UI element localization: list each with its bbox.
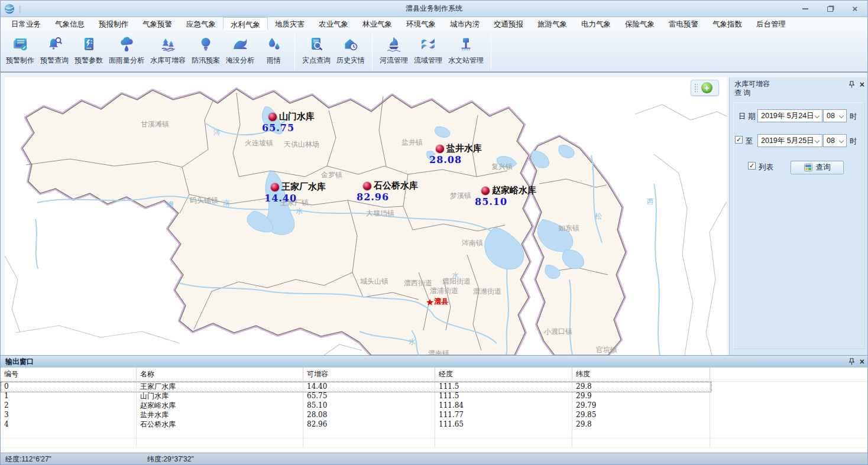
menu-item[interactable]: 雷电预警 xyxy=(662,17,705,30)
toolbar-label: 水文站管理 xyxy=(448,56,484,66)
table-row[interactable]: 2 赵家峪水库 85.10 111.84 29.79 xyxy=(1,401,868,410)
panel-close-icon[interactable]: × xyxy=(860,80,864,89)
cell-capacity: 85.10 xyxy=(303,401,435,410)
cell-capacity: 14.40 xyxy=(303,382,435,391)
to-checkbox[interactable]: ✓ xyxy=(735,136,743,144)
toolbar-disaster-search[interactable]: 灾点查询 xyxy=(299,31,333,70)
menu-item[interactable]: 气象指数 xyxy=(705,17,749,30)
toolbar-rain-info[interactable]: 雨情 xyxy=(257,31,290,70)
menu-item[interactable]: 预报制作 xyxy=(92,17,135,30)
chevron-down-icon xyxy=(815,113,820,118)
zoom-in-button[interactable]: + xyxy=(701,82,712,93)
reservoir-dot-icon xyxy=(363,182,371,190)
town-label: 金罗镇 xyxy=(321,170,342,180)
town-label: 天供山林场 xyxy=(284,139,319,149)
sailboat-icon xyxy=(385,35,403,53)
map-canvas[interactable]: 甘溪滩镇 火连坡镇 天供山林场 金罗镇 盐井镇 复兴镇 码头铺镇 王家厂镇 大堰… xyxy=(5,77,727,355)
panel-title-line1: 水库可增容 xyxy=(734,80,864,89)
hour-from-dropdown[interactable]: 08 xyxy=(823,109,847,122)
toolbar-rain-analysis[interactable]: 面雨量分析 xyxy=(106,31,147,70)
toolbar-inundation[interactable]: 淹没分析 xyxy=(223,31,257,70)
toolbar-flood-plan[interactable]: 防汛预案 xyxy=(189,31,223,70)
column-header[interactable]: 编号 xyxy=(1,368,137,381)
river-label: 松 xyxy=(595,212,602,222)
reservoir-capacity-panel: 水库可增容 查 询 × 日 期 2019年 5月24日 08 时 ✓ 至 201… xyxy=(729,77,868,355)
reservoir-name: 盐井水库 xyxy=(446,143,482,154)
reservoir-dot-icon xyxy=(268,113,277,121)
alert-search-icon xyxy=(46,35,63,53)
output-window: 输出窗口 × 编号 名称 可增容 经度 纬度 0 xyxy=(1,355,868,453)
toolbar-basin-manage[interactable]: 流域管理 xyxy=(411,31,445,70)
reservoir-capacity-value: 65.75 xyxy=(262,122,294,134)
toolbar-reservoir-capacity[interactable]: 水库可增容 xyxy=(147,31,189,70)
hour-to-dropdown[interactable]: 08 xyxy=(823,134,847,147)
menu-item[interactable]: 城市内涝 xyxy=(443,17,487,30)
menu-item[interactable]: 日常业务 xyxy=(4,17,48,30)
reservoir-name: 石公桥水库 xyxy=(374,180,418,191)
output-table: 编号 名称 可增容 经度 纬度 0 王家厂水库 14.40 111.5 29.8 xyxy=(1,368,868,453)
cell-latitude: 29.79 xyxy=(572,401,710,410)
drag-grip-icon[interactable] xyxy=(694,83,698,93)
toolbar-alert-search[interactable]: 预警查询 xyxy=(37,31,72,70)
menu-item[interactable]: 林业气象 xyxy=(355,17,399,30)
toolbar-label: 预警制作 xyxy=(6,56,34,66)
menu-item[interactable]: 交通预报 xyxy=(487,17,530,30)
menu-item[interactable]: 地质灾害 xyxy=(268,17,312,30)
cell-longitude: 111.65 xyxy=(435,420,572,429)
restore-button[interactable] xyxy=(822,3,838,15)
menu-item[interactable]: 水利气象 xyxy=(223,17,268,30)
pin-icon[interactable] xyxy=(849,358,854,365)
menu-item[interactable]: 保险气象 xyxy=(618,17,662,30)
table-row[interactable]: 4 石公桥水库 82.96 111.65 29.8 xyxy=(1,420,868,429)
menu-item[interactable]: 应急气象 xyxy=(179,17,223,30)
cell-name: 石公桥水库 xyxy=(137,420,303,429)
table-row[interactable]: 1 山门水库 65.75 111.5 29.9 xyxy=(1,391,868,401)
minimize-button[interactable] xyxy=(798,3,813,15)
toolbar-hydro-station-manage[interactable]: 水文站管理 xyxy=(445,31,487,70)
cell-id: 4 xyxy=(1,420,137,429)
column-header-empty xyxy=(710,368,868,381)
town-label: 澧澹街道 xyxy=(473,287,501,297)
column-header[interactable]: 经度 xyxy=(435,368,572,381)
menu-item[interactable]: 环境气象 xyxy=(399,17,443,30)
menu-item[interactable]: 气象信息 xyxy=(48,17,92,30)
hour-unit-label: 时 xyxy=(850,112,857,122)
column-header[interactable]: 纬度 xyxy=(572,368,710,381)
column-header[interactable]: 名称 xyxy=(137,368,303,381)
reservoir-capacity-value: 82.96 xyxy=(357,191,389,203)
list-checkbox[interactable]: ✓ xyxy=(748,162,756,170)
column-header[interactable]: 可增容 xyxy=(303,368,435,381)
close-button[interactable]: × xyxy=(847,3,863,15)
cell-empty xyxy=(710,410,868,420)
query-button[interactable]: 查询 xyxy=(791,161,844,174)
menu-item[interactable]: 气象预警 xyxy=(135,17,179,30)
town-label: 澧西街道 xyxy=(404,278,432,288)
toolbar-label: 防汛预案 xyxy=(192,56,220,66)
cell-longitude: 111.5 xyxy=(435,391,572,401)
toolbar-history-disaster[interactable]: 历史灾情 xyxy=(333,31,368,70)
menu-item[interactable]: 后台管理 xyxy=(749,17,793,30)
output-close-icon[interactable]: × xyxy=(860,357,864,366)
menu-item[interactable]: 旅游气象 xyxy=(530,17,574,30)
status-latitude: 纬度:29°37'32" xyxy=(147,454,194,464)
toolbar-alert-params[interactable]: 预警参数 xyxy=(72,31,106,70)
town-label: 梦溪镇 xyxy=(450,191,471,201)
cell-latitude: 29.8 xyxy=(572,420,710,429)
date-from-dropdown[interactable]: 2019年 5月24日 xyxy=(757,109,822,122)
table-row[interactable]: 3 盐井水库 28.08 111.77 29.85 xyxy=(1,410,868,420)
town-label: 复兴镇 xyxy=(491,162,513,172)
town-label: 官垸镇 xyxy=(596,345,617,355)
pin-icon[interactable] xyxy=(849,81,854,88)
table-row[interactable]: 0 王家厂水库 14.40 111.5 29.8 xyxy=(1,382,868,391)
bulb-icon xyxy=(197,35,215,53)
date-to-dropdown[interactable]: 2019年 5月25日 xyxy=(757,134,822,147)
menu-item[interactable]: 电力气象 xyxy=(574,17,618,30)
cell-empty xyxy=(710,382,868,391)
output-window-header: 输出窗口 × xyxy=(1,356,868,368)
chevron-down-icon xyxy=(839,138,844,143)
app-window: | 澧县业务制作系统 × 日常业务 气象信息 预报制作 气象预警 应急气象 水利… xyxy=(0,0,868,465)
toolbar-alert-edit[interactable]: 预警制作 xyxy=(3,31,37,70)
toolbar-river-manage[interactable]: 河流管理 xyxy=(377,31,411,70)
toolbar-separator xyxy=(294,32,295,70)
menu-item[interactable]: 农业气象 xyxy=(312,17,355,30)
